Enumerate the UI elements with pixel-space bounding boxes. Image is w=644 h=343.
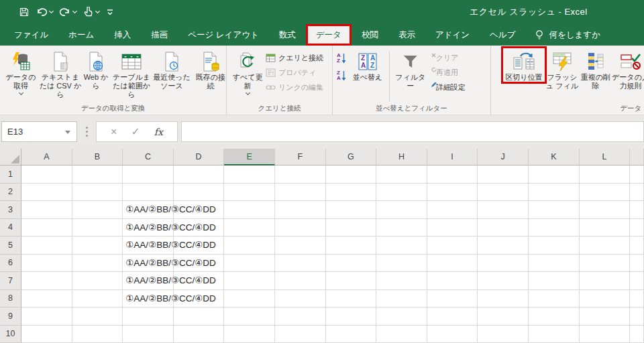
cell-partial[interactable] (630, 236, 644, 255)
cell-B1[interactable] (72, 165, 123, 184)
row-header-6[interactable]: 6 (0, 255, 21, 273)
text-to-columns-button[interactable]: 区切り位置 (503, 48, 545, 82)
existing-connections-button[interactable]: 既存の接続 (195, 48, 227, 90)
column-header-E[interactable]: E (224, 149, 275, 165)
tab-1[interactable]: ホーム (58, 24, 104, 46)
cell-F2[interactable] (275, 184, 326, 202)
cell-H4[interactable] (376, 219, 427, 237)
cell-C2[interactable] (123, 184, 174, 202)
recent-sources-button[interactable]: 最近使ったソース (153, 48, 191, 90)
cell-F10[interactable] (275, 326, 326, 343)
tab-4[interactable]: ページ レイアウト (178, 24, 269, 46)
save-button[interactable] (19, 7, 30, 17)
cell-E9[interactable] (224, 307, 275, 326)
cell-A1[interactable] (21, 165, 72, 184)
cell-H6[interactable] (376, 255, 427, 273)
cell-L8[interactable] (580, 290, 631, 308)
cell-K7[interactable] (529, 272, 580, 290)
column-header-partial[interactable] (630, 149, 644, 165)
column-header-F[interactable]: F (275, 149, 326, 165)
column-header-A[interactable]: A (21, 149, 72, 165)
tab-3[interactable]: 描画 (141, 24, 178, 46)
tab-8[interactable]: 表示 (388, 24, 425, 46)
cell-I9[interactable] (427, 307, 478, 326)
cell-J5[interactable] (478, 236, 529, 255)
row-header-5[interactable]: 5 (0, 236, 21, 255)
cell-D9[interactable] (174, 307, 225, 326)
chevron-down-icon[interactable] (95, 9, 100, 13)
cell-E2[interactable] (224, 184, 275, 202)
cell-partial[interactable] (630, 326, 644, 343)
cell-partial[interactable] (630, 201, 644, 219)
tab-6-active[interactable]: データ (306, 24, 352, 46)
cell-H3[interactable] (376, 201, 427, 219)
cell-L7[interactable] (580, 272, 631, 290)
tab-9[interactable]: アドイン (425, 24, 480, 46)
cell-K6[interactable] (529, 255, 580, 273)
remove-duplicates-button[interactable]: 重複の削除 (580, 48, 612, 90)
cell-J9[interactable] (478, 307, 529, 326)
enter-icon[interactable]: ✓ (131, 127, 140, 137)
cell-K10[interactable] (529, 326, 580, 343)
cell-F9[interactable] (275, 307, 326, 326)
sort-button[interactable]: ZAAZ 並べ替え (348, 48, 387, 82)
column-header-D[interactable]: D (174, 149, 225, 165)
cell-C1[interactable] (123, 165, 174, 184)
cell-G5[interactable] (326, 236, 377, 255)
tell-me-box[interactable]: 何をしますか (535, 24, 600, 46)
cell-J8[interactable] (478, 290, 529, 308)
cell-G2[interactable] (326, 184, 377, 202)
cell-L2[interactable] (580, 184, 631, 202)
column-header-L[interactable]: L (580, 149, 631, 165)
cell-J3[interactable] (478, 201, 529, 219)
cell-K9[interactable] (529, 307, 580, 326)
formula-bar-divider[interactable] (86, 127, 88, 129)
cell-K1[interactable] (529, 165, 580, 184)
cell-partial[interactable] (630, 307, 644, 326)
name-box[interactable]: E13 (1, 121, 77, 142)
row-header-3[interactable]: 3 (0, 201, 21, 219)
cell-L4[interactable] (580, 219, 631, 237)
cell-H5[interactable] (376, 236, 427, 255)
cell-A4[interactable] (21, 219, 72, 237)
formula-input[interactable] (181, 121, 644, 142)
cell-J6[interactable] (478, 255, 529, 273)
cell-B2[interactable] (72, 184, 123, 202)
cell-B6[interactable] (72, 255, 123, 273)
cell-I4[interactable] (427, 219, 478, 237)
cell-I1[interactable] (427, 165, 478, 184)
cell-A5[interactable] (21, 236, 72, 255)
cell-partial[interactable] (630, 272, 644, 290)
cell-D2[interactable] (174, 184, 225, 202)
cell-B7[interactable] (72, 272, 123, 290)
cell-partial[interactable] (630, 255, 644, 273)
cell-L5[interactable] (580, 236, 631, 255)
cell-J2[interactable] (478, 184, 529, 202)
touch-mouse-mode-button[interactable] (83, 7, 99, 17)
cell-I5[interactable] (427, 236, 478, 255)
customize-qat-button[interactable] (106, 8, 114, 16)
cell-H8[interactable] (376, 290, 427, 308)
cell-I2[interactable] (427, 184, 478, 202)
refresh-all-button[interactable]: すべて更新 (229, 48, 266, 94)
cell-C9[interactable] (123, 307, 174, 326)
cell-A6[interactable] (21, 255, 72, 273)
get-data-button[interactable]: データの取得 (3, 48, 39, 94)
cell-B5[interactable] (72, 236, 123, 255)
cell-L6[interactable] (580, 255, 631, 273)
cell-L3[interactable] (580, 201, 631, 219)
insert-function-icon[interactable]: fx (154, 127, 163, 137)
cell-G1[interactable] (326, 165, 377, 184)
cell-B8[interactable] (72, 290, 123, 308)
cell-I8[interactable] (427, 290, 478, 308)
cell-I10[interactable] (427, 326, 478, 343)
column-header-G[interactable]: G (326, 149, 377, 165)
cell-H1[interactable] (376, 165, 427, 184)
queries-connections-button[interactable]: クエリと接続 (266, 51, 323, 64)
cell-A8[interactable] (21, 290, 72, 308)
column-header-I[interactable]: I (427, 149, 478, 165)
cell-E10[interactable] (224, 326, 275, 343)
cell-D1[interactable] (174, 165, 225, 184)
redo-button[interactable] (60, 7, 76, 17)
cell-H2[interactable] (376, 184, 427, 202)
